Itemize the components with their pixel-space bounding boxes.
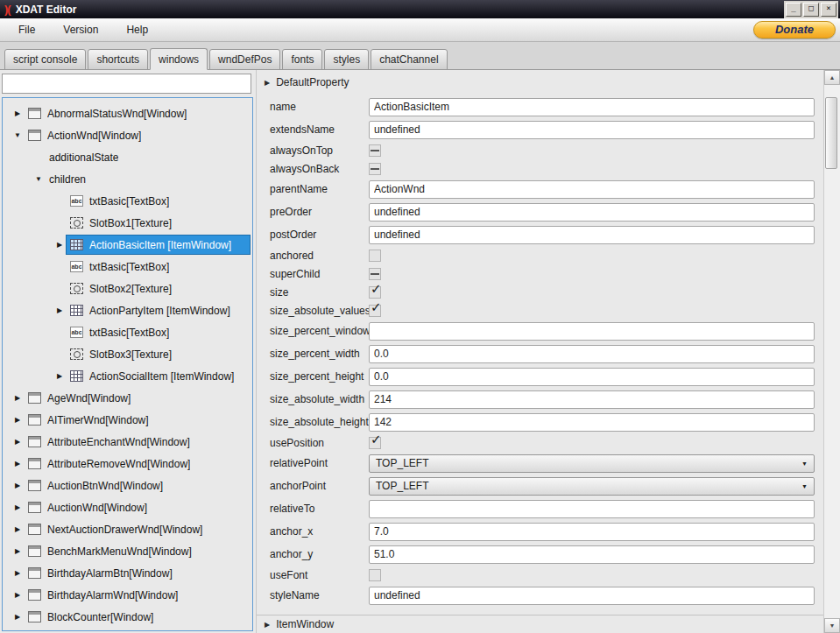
scrollbar-track[interactable] (824, 85, 840, 618)
tree-item[interactable]: ▶ActionSocialItem [ItemWindow] (3, 365, 252, 387)
tree-item[interactable]: ▶BirthdayAlarmBtn[Window] (3, 562, 252, 584)
anchor_x-input[interactable] (369, 523, 815, 541)
tree-item[interactable]: ▶AITimerWnd[Window] (3, 409, 252, 431)
tree-item[interactable]: ▶AuctionWnd[Window] (3, 496, 252, 518)
useFont-checkbox[interactable] (369, 569, 381, 581)
donate-button[interactable]: Donate (753, 21, 836, 39)
tree-item-body[interactable]: AuctionWnd[Window] (24, 497, 251, 517)
tab-styles[interactable]: styles (324, 49, 369, 70)
tab-fonts[interactable]: fonts (282, 49, 322, 70)
tree-expand-arrow[interactable]: ▶ (11, 460, 24, 468)
size_percent_height-input[interactable] (369, 368, 815, 386)
section-default-property[interactable]: ▶ DefaultProperty (257, 74, 823, 91)
maximize-button[interactable]: □ (803, 3, 819, 17)
properties-scrollbar[interactable]: ▲ ▼ (823, 70, 840, 633)
size_absolute_height-input[interactable] (369, 413, 815, 432)
tab-wndDefPos[interactable]: wndDefPos (209, 49, 280, 70)
scroll-up-button[interactable]: ▲ (824, 70, 840, 85)
size_percent_window-input[interactable] (369, 322, 815, 341)
size-checkbox[interactable]: ✓ (369, 286, 381, 299)
size_absolute_width-input[interactable] (369, 390, 815, 409)
tree-expand-arrow[interactable]: ▶ (11, 438, 24, 446)
tree-item[interactable]: ▶AuctionBtnWnd[Window] (3, 475, 252, 496)
tree-item[interactable]: abctxtBasic[TextBox] (3, 190, 252, 212)
tree-expand-arrow[interactable]: ▶ (11, 482, 24, 489)
tree-expand-arrow[interactable]: ▶ (53, 306, 66, 314)
tree-item[interactable]: ▶AttributeRemoveWnd[Window] (3, 453, 252, 475)
tree-item-body[interactable]: AbnormalStatusWnd[Window] (24, 103, 251, 123)
tree-item-body[interactable]: ActionSocialItem [ItemWindow] (66, 366, 251, 386)
tree-item[interactable]: abctxtBasic[TextBox] (3, 321, 252, 343)
tree-item-body[interactable]: AttributeRemoveWnd[Window] (24, 454, 251, 474)
tree-item-body[interactable]: ActionWnd[Window] (24, 125, 251, 145)
tree-item[interactable]: SlotBox2[Texture] (3, 278, 252, 299)
tree-item-body[interactable]: BirthdayAlarmBtn[Window] (24, 563, 251, 583)
minimize-button[interactable]: _ (786, 3, 801, 17)
tree-expand-arrow[interactable]: ▼ (11, 131, 24, 139)
tree-item-body[interactable]: AttributeEnchantWnd[Window] (24, 432, 251, 452)
tree-expand-arrow[interactable]: ▶ (11, 416, 24, 424)
tree-item[interactable]: ▶BenchMarkMenuWnd[Window] (3, 540, 252, 562)
alwaysOnTop-checkbox[interactable] (369, 144, 381, 157)
tree-item[interactable]: ▶AttributeEnchantWnd[Window] (3, 431, 252, 453)
tree-expand-arrow[interactable]: ▶ (53, 372, 66, 380)
menu-version[interactable]: Version (52, 20, 109, 39)
tree-item[interactable]: abctxtBasic[TextBox] (3, 256, 252, 278)
postOrder-input[interactable] (369, 226, 815, 244)
relativeTo-input[interactable] (369, 500, 815, 518)
scrollbar-thumb[interactable] (825, 97, 837, 169)
tree-expand-arrow[interactable]: ▶ (11, 569, 24, 577)
tree-expand-arrow[interactable]: ▶ (11, 613, 24, 621)
parentName-input[interactable] (369, 180, 815, 199)
extendsName-input[interactable] (369, 121, 815, 139)
name-input[interactable] (369, 98, 815, 116)
superChild-checkbox[interactable] (369, 268, 381, 280)
tree-item[interactable]: SlotBox1[Texture] (3, 212, 252, 234)
tree-expand-arrow[interactable]: ▶ (11, 525, 24, 533)
tree-item[interactable]: ▶BlockCounter[Window] (3, 606, 252, 628)
tree-item[interactable]: ▼children (3, 168, 252, 190)
tree-item-body[interactable]: SlotBox2[Texture] (66, 278, 251, 299)
menu-file[interactable]: File (7, 20, 46, 39)
tree-expand-arrow[interactable]: ▶ (11, 109, 24, 117)
tree-item-body[interactable]: BenchMarkMenuWnd[Window] (24, 541, 251, 561)
styleName-input[interactable] (369, 587, 815, 605)
tree-item-body[interactable]: NextAuctionDrawerWnd[Window] (24, 519, 251, 539)
anchored-checkbox[interactable] (369, 250, 381, 262)
tree-item-body[interactable]: abctxtBasic[TextBox] (66, 191, 251, 211)
alwaysOnBack-checkbox[interactable] (369, 163, 381, 175)
tree-item-body[interactable]: abctxtBasic[TextBox] (66, 257, 251, 277)
tree-item[interactable]: ▶AgeWnd[Window] (3, 387, 252, 409)
tree-expand-arrow[interactable]: ▶ (53, 241, 66, 249)
tab-windows[interactable]: windows (150, 48, 208, 70)
tree-item-body[interactable]: AITimerWnd[Window] (24, 410, 251, 430)
section-item-window[interactable]: ▶ ItemWindow (257, 615, 823, 633)
size_percent_width-input[interactable] (369, 345, 815, 363)
tree-item[interactable]: SlotBox3[Texture] (3, 343, 252, 365)
tree-item-body[interactable]: AuctionBtnWnd[Window] (24, 475, 251, 496)
close-button[interactable]: × (821, 3, 836, 17)
anchorPoint-dropdown[interactable]: TOP_LEFT▼ (369, 477, 815, 496)
tree-item-body[interactable]: SlotBox1[Texture] (66, 213, 251, 233)
tree-expand-arrow[interactable]: ▼ (32, 175, 45, 183)
tree-item[interactable]: additionalState (3, 146, 252, 168)
tree-item-body[interactable]: ActionBasicItem [ItemWindow] (66, 235, 251, 255)
tree-item-body[interactable]: abctxtBasic[TextBox] (66, 322, 251, 342)
tree-item-body[interactable]: additionalState (45, 147, 251, 167)
usePosition-checkbox[interactable]: ✓ (369, 437, 381, 449)
tree-item[interactable]: ▶ActionPartyItem [ItemWindow] (3, 299, 252, 321)
tree-item-body[interactable]: AgeWnd[Window] (24, 388, 251, 408)
tree-item-body[interactable]: ActionPartyItem [ItemWindow] (66, 300, 251, 320)
tree-expand-arrow[interactable]: ▶ (11, 591, 24, 599)
tab-shortcuts[interactable]: shortcuts (88, 49, 148, 70)
menu-help[interactable]: Help (115, 20, 159, 39)
tree-item[interactable]: ▶NextAuctionDrawerWnd[Window] (3, 518, 252, 540)
title-bar[interactable]: )( XDAT Editor _ □ × (0, 0, 840, 18)
tree-expand-arrow[interactable]: ▶ (11, 394, 24, 402)
size_absolute_values-checkbox[interactable]: ✓ (369, 305, 381, 317)
tree-expand-arrow[interactable]: ▶ (11, 503, 24, 511)
tree-item[interactable]: ▶BirthdayAlarmWnd[Window] (3, 584, 252, 606)
tree-item[interactable]: ▼ActionWnd[Window] (3, 124, 252, 146)
tab-script-console[interactable]: script console (4, 49, 86, 70)
tree-item-body[interactable]: BlockCounter[Window] (24, 607, 251, 627)
